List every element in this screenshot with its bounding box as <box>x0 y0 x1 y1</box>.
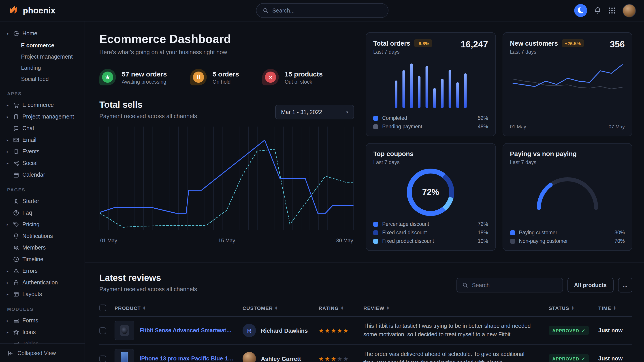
review-time: Just now <box>598 327 630 334</box>
sidebar-item-landing[interactable]: Landing <box>15 62 82 73</box>
all-products-button[interactable]: All products <box>567 278 613 293</box>
customers-x-labels: 01 May07 May <box>510 120 625 129</box>
legend-swatch <box>510 230 515 235</box>
sidebar-item-project-management[interactable]: Project management <box>15 51 82 62</box>
column-header-status[interactable]: STATUS ▴▾ <box>549 305 598 311</box>
sidebar-item-e-commerce[interactable]: ▸ E commerce <box>5 99 82 111</box>
card-title: Top coupons <box>373 150 414 157</box>
product-link[interactable]: iPhone 13 pro max-Pacific Blue-128GB sto… <box>140 356 234 362</box>
legend-value: 52% <box>478 115 488 121</box>
x-badge-icon: × <box>262 69 279 85</box>
product-image <box>114 349 134 362</box>
pie-chart-icon <box>13 30 19 37</box>
search-icon <box>462 282 468 288</box>
layout-icon <box>13 291 19 297</box>
app-root: phoenix Search... <box>0 0 644 362</box>
legend-value: 18% <box>478 230 488 235</box>
top-coupons-card: Top coupons Last 7 days 72% Percentage d… <box>366 143 496 251</box>
status-badge: APPROVED ✓ <box>549 355 589 362</box>
x-axis-label: 30 May <box>336 238 353 243</box>
brand-logo[interactable]: phoenix <box>8 5 56 16</box>
forms-icon <box>13 318 19 324</box>
more-options-button[interactable]: ... <box>618 278 632 293</box>
table-icon <box>13 341 19 344</box>
legend-value: 30% <box>614 230 625 235</box>
orders-bar-chart <box>373 58 488 111</box>
column-header-product[interactable]: PRODUCT ▴▾ <box>114 305 242 311</box>
legend-row: Fixed card discount 18% <box>373 230 488 235</box>
sidebar-item-starter[interactable]: Starter <box>5 195 82 207</box>
table-row: Fitbit Sense Advanced Smartwatch with To… <box>99 317 632 345</box>
x-axis-label: 15 May <box>218 238 235 243</box>
notifications-bell-button[interactable] <box>594 7 602 14</box>
x-axis-label: 01 May <box>100 238 117 243</box>
sidebar-item-notifications[interactable]: Notifications <box>5 230 82 242</box>
column-header-time[interactable]: TIME ▴▾ <box>598 305 630 311</box>
share-icon <box>13 160 19 166</box>
global-search-input[interactable]: Search... <box>256 3 388 18</box>
nine-dots-grid-icon <box>608 7 616 14</box>
x-axis-label: 01 May <box>510 124 526 129</box>
chevron-down-icon: ▾ <box>346 110 348 114</box>
collapsed-view-toggle[interactable]: Collapsed View <box>0 344 84 362</box>
total-sells-title: Total sells <box>99 100 197 110</box>
clipboard-icon <box>13 114 19 120</box>
sidebar-item-events[interactable]: ▸ Events <box>5 146 82 157</box>
icons-star-icon <box>13 329 19 335</box>
star-badge-icon: ★ <box>99 69 116 85</box>
sidebar-item-e-commerce[interactable]: E commerce <box>15 40 82 51</box>
select-all-checkbox[interactable] <box>99 305 106 311</box>
product-link[interactable]: Fitbit Sense Advanced Smartwatch with To… <box>140 327 234 334</box>
sidebar-item-members[interactable]: Members <box>5 242 82 254</box>
sidebar-item-icons[interactable]: ▸ Icons <box>5 327 82 338</box>
sidebar-item-social[interactable]: ▸ Social <box>5 157 82 169</box>
sidebar-item-tables[interactable]: ▸ Tables <box>5 338 82 344</box>
sidebar-item-project-management[interactable]: ▸ Project management <box>5 111 82 122</box>
sidebar-item-authentication[interactable]: ▸ Authentication <box>5 277 82 289</box>
card-period: Last 7 days <box>510 49 584 54</box>
total-orders-value: 16,247 <box>461 39 488 50</box>
date-range-select[interactable]: Mar 1 - 31, 2022 ▾ <box>275 105 354 119</box>
x-axis-label: 07 May <box>609 124 625 129</box>
sidebar-item-calendar[interactable]: Calendar <box>5 169 82 181</box>
sidebar-item-home[interactable]: ▾ Home <box>5 28 82 39</box>
top-navbar: phoenix Search... <box>0 0 644 21</box>
sidebar-item-social-feed[interactable]: Social feed <box>15 73 82 84</box>
brand-name: phoenix <box>23 5 56 15</box>
theme-toggle-button[interactable] <box>574 4 587 17</box>
legend-row: Completed 52% <box>373 115 488 121</box>
sidebar-item-errors[interactable]: ▸ Errors <box>5 265 82 277</box>
sidebar-item-forms[interactable]: ▸ Forms <box>5 315 82 327</box>
row-checkbox[interactable] <box>99 355 106 362</box>
sidebar-item-pricing[interactable]: ▸ Pricing <box>5 219 82 230</box>
paying-legend: Paying customer 30% Non-paying customer … <box>510 230 625 244</box>
sidebar-item-layouts[interactable]: ▸ Layouts <box>5 289 82 300</box>
sidebar-item-chat[interactable]: Chat <box>5 122 82 134</box>
page-title: Ecommerce Dashboard <box>99 32 354 46</box>
row-checkbox[interactable] <box>99 327 106 334</box>
legend-swatch <box>510 239 515 244</box>
column-header-customer[interactable]: CUSTOMER ▴▾ <box>242 305 319 311</box>
clock-icon <box>13 256 19 263</box>
star-filled-icon: ★ <box>331 355 337 362</box>
star-filled-icon: ★ <box>331 327 337 334</box>
stat-awating-processing: ★ 57 new orders Awating processing <box>99 69 167 85</box>
sidebar-item-timeline[interactable]: Timeline <box>5 254 82 265</box>
users-icon <box>13 245 19 251</box>
sidebar-item-faq[interactable]: Faq <box>5 207 82 219</box>
question-icon <box>13 210 19 216</box>
chevron-right-icon: ▸ <box>5 150 10 154</box>
legend-swatch <box>373 239 378 244</box>
reviews-subtitle: Payment received across all channels <box>99 286 197 293</box>
sidebar-item-email[interactable]: ▸ Email <box>5 134 82 146</box>
star-filled-icon: ★ <box>337 327 343 334</box>
column-header-review[interactable]: REVIEW ▴▾ <box>364 305 549 311</box>
chevron-right-icon: ▸ <box>5 269 10 273</box>
user-avatar[interactable] <box>622 4 636 17</box>
legend-label: Pending payment <box>382 124 422 129</box>
apps-grid-button[interactable] <box>608 7 616 14</box>
column-header-rating[interactable]: RATING ▴▾ <box>319 305 364 311</box>
reviews-search-input[interactable]: Search <box>456 278 563 293</box>
rating-stars: ★★★★★ <box>319 355 364 362</box>
new-customers-value: 356 <box>610 39 625 50</box>
